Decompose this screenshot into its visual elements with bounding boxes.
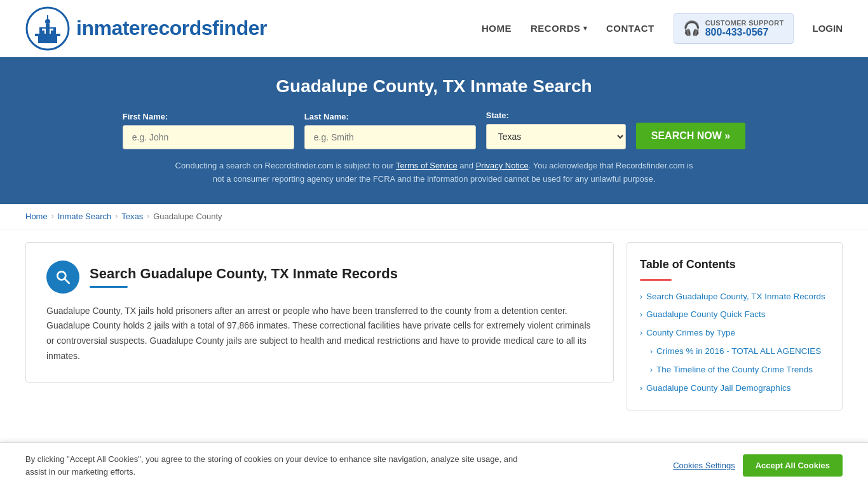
main-content: Search Guadalupe County, TX Inmate Recor… xyxy=(0,229,868,423)
breadcrumb-sep-1: › xyxy=(51,212,54,220)
toc-link-3[interactable]: Crimes % in 2016 - TOTAL ALL AGENCIES xyxy=(656,346,821,358)
first-name-label: First Name: xyxy=(123,112,168,121)
section-title: Search Guadalupe County, TX Inmate Recor… xyxy=(90,266,398,282)
breadcrumb-sep-2: › xyxy=(115,212,118,220)
toc-link-2[interactable]: County Crimes by Type xyxy=(646,327,735,339)
support-info: CUSTOMER SUPPORT 800-433-0567 xyxy=(705,19,784,38)
logo-text: inmaterecordsfinder xyxy=(76,17,267,40)
breadcrumb-inmate-search[interactable]: Inmate Search xyxy=(58,212,112,221)
first-name-group: First Name: xyxy=(123,112,294,149)
breadcrumb-texas[interactable]: Texas xyxy=(121,212,143,221)
toc-item-4: › The Timeline of the County Crime Trend… xyxy=(640,364,829,376)
toc-link-1[interactable]: Guadalupe County Quick Facts xyxy=(646,309,766,321)
header: inmaterecordsfinder HOME RECORDS ▾ CONTA… xyxy=(0,0,868,57)
privacy-notice-link[interactable]: Privacy Notice xyxy=(476,161,529,170)
toc-divider xyxy=(640,279,672,281)
headset-icon: 🎧 xyxy=(683,20,700,37)
toc-link-0[interactable]: Search Guadalupe County, TX Inmate Recor… xyxy=(646,291,825,303)
toc-chevron-icon-0: › xyxy=(640,292,642,301)
toc-chevron-icon-2: › xyxy=(640,329,642,337)
search-button[interactable]: SEARCH NOW » xyxy=(636,123,745,149)
search-section-icon xyxy=(46,261,79,294)
svg-rect-11 xyxy=(41,27,55,29)
section-body: Guadalupe County, TX jails hold prisoner… xyxy=(46,304,593,364)
content-left: Search Guadalupe County, TX Inmate Recor… xyxy=(25,242,614,383)
toc-chevron-icon-5: › xyxy=(640,384,642,393)
toc-link-5[interactable]: Guadalupe County Jail Demographics xyxy=(646,383,790,395)
state-label: State: xyxy=(486,111,509,120)
svg-rect-6 xyxy=(42,30,44,34)
svg-rect-10 xyxy=(37,34,58,35)
svg-rect-4 xyxy=(46,24,50,34)
section-title-underline xyxy=(90,286,128,288)
section-header: Search Guadalupe County, TX Inmate Recor… xyxy=(46,261,593,294)
sidebar-toc: Table of Contents › Search Guadalupe Cou… xyxy=(627,242,843,410)
nav-login[interactable]: LOGIN xyxy=(813,23,843,34)
section-title-block: Search Guadalupe County, TX Inmate Recor… xyxy=(90,266,398,288)
svg-line-14 xyxy=(65,278,69,283)
last-name-label: Last Name: xyxy=(304,112,349,121)
chevron-down-icon: ▾ xyxy=(583,24,588,32)
last-name-input[interactable] xyxy=(304,125,476,149)
terms-of-service-link[interactable]: Terms of Service xyxy=(396,161,458,170)
breadcrumb: Home › Inmate Search › Texas › Guadalupe… xyxy=(0,204,868,229)
svg-rect-9 xyxy=(47,15,48,20)
logo-area: inmaterecordsfinder xyxy=(25,6,267,51)
nav-contact[interactable]: CONTACT xyxy=(606,23,654,34)
toc-list: › Search Guadalupe County, TX Inmate Rec… xyxy=(640,291,829,395)
state-group: State: Texas Alabama Alaska California F… xyxy=(486,111,626,149)
toc-link-4[interactable]: The Timeline of the County Crime Trends xyxy=(656,364,813,376)
toc-chevron-icon-4: › xyxy=(650,365,653,374)
support-phone: 800-433-0567 xyxy=(705,27,784,38)
last-name-group: Last Name: xyxy=(304,112,476,149)
toc-item-2: › County Crimes by Type xyxy=(640,327,829,339)
magnifier-icon xyxy=(55,269,71,285)
state-select[interactable]: Texas Alabama Alaska California Florida … xyxy=(486,124,626,149)
toc-title: Table of Contents xyxy=(640,258,829,271)
hero-disclaimer: Conducting a search on Recordsfinder.com… xyxy=(173,159,695,186)
first-name-input[interactable] xyxy=(123,125,294,149)
hero-title: Guadalupe County, TX Inmate Search xyxy=(25,76,843,97)
nav-records[interactable]: RECORDS ▾ xyxy=(531,23,587,34)
breadcrumb-guadalupe-county: Guadalupe County xyxy=(153,212,222,221)
toc-item-3: › Crimes % in 2016 - TOTAL ALL AGENCIES xyxy=(640,346,829,358)
svg-rect-12 xyxy=(38,41,57,43)
toc-item-1: › Guadalupe County Quick Facts xyxy=(640,309,829,321)
hero-section: Guadalupe County, TX Inmate Search First… xyxy=(0,57,868,204)
breadcrumb-sep-3: › xyxy=(147,212,149,220)
support-label: CUSTOMER SUPPORT xyxy=(705,19,784,27)
svg-rect-7 xyxy=(51,30,53,34)
logo-icon xyxy=(25,6,70,51)
breadcrumb-home[interactable]: Home xyxy=(25,212,48,221)
toc-item-0: › Search Guadalupe County, TX Inmate Rec… xyxy=(640,291,829,303)
nav-home[interactable]: HOME xyxy=(482,23,512,34)
main-nav: HOME RECORDS ▾ CONTACT 🎧 CUSTOMER SUPPOR… xyxy=(482,13,843,44)
search-form: First Name: Last Name: State: Texas Alab… xyxy=(25,111,843,149)
toc-item-5: › Guadalupe County Jail Demographics xyxy=(640,383,829,395)
toc-chevron-icon-3: › xyxy=(650,347,653,356)
customer-support-box: 🎧 CUSTOMER SUPPORT 800-433-0567 xyxy=(674,13,794,44)
toc-chevron-icon-1: › xyxy=(640,310,642,319)
